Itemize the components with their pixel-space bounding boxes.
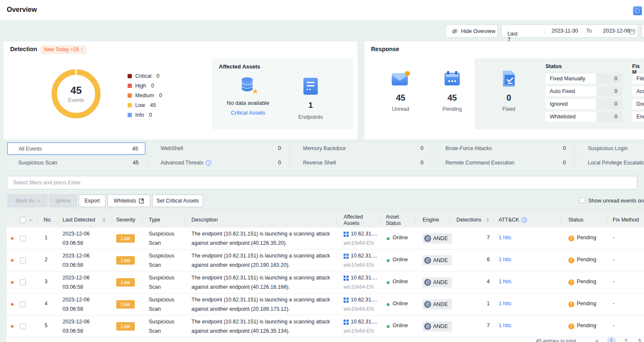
endpoints-stat: 1 Endpoints [279,74,342,120]
ignore-button[interactable]: Ignore [49,194,77,207]
row-checkbox[interactable] [20,235,26,241]
row-checkbox[interactable] [20,301,26,307]
pending-icon [568,257,574,263]
row-checkbox[interactable] [20,279,26,285]
export-button[interactable]: Export [79,194,106,207]
detection-title: Detection [10,46,37,52]
table-row[interactable]: 1 2023-12-06 03:06:58 Low Suspicious Sca… [7,227,644,249]
unread-dot-icon [11,259,14,262]
row-checkbox[interactable] [20,257,26,263]
select-menu-chevron-icon[interactable] [29,218,33,221]
chevron-down-icon [36,199,40,202]
sort-last-detected[interactable] [102,216,106,222]
asset-ip-link[interactable]: 10.62.31.... [351,275,377,281]
attck-hits-link[interactable]: 1 hits [499,235,511,241]
engine-badge: ANDE [423,277,452,287]
affected-assets-title: Affected Assets [219,63,260,70]
col-type: Type [149,217,160,223]
table-row[interactable]: 3 2023-12-06 03:06:58 Low Suspicious Sca… [7,271,644,293]
engine-badge: ANDE [423,255,452,265]
table-row[interactable]: 4 2023-12-06 03:06:58 Low Suspicious Sca… [7,293,644,315]
tab-remote-command-execution[interactable]: Remote Command Execution0 [434,157,573,169]
endpoints-count: 1 [279,101,342,110]
col-severity: Severity [116,217,135,223]
donut-total-label: Events [68,97,84,103]
filter-bar [7,176,637,189]
col-last-detected: Last Detected [63,217,95,223]
unread-dot-icon [11,237,14,240]
fix-method-row: File [632,74,644,84]
app-window: Overview Hide Overview Last 7 days | 202… [0,0,644,342]
asset-status: Online [393,235,408,241]
cell-description: The endpoint (10.62.31.151) is launching… [191,231,330,237]
fix-method-row: Acce [632,86,644,96]
tab-all-events[interactable]: All Events45 [7,142,145,155]
tab-memory-backdoor[interactable]: Memory Backdoor0 [292,142,430,155]
attck-hits-link[interactable]: 1 hits [499,279,511,285]
select-all-checkbox[interactable] [20,217,26,223]
asset-ip-link[interactable]: 10.62.31.... [351,231,377,237]
tab-suspicious-scan[interactable]: Suspicious Scan45 [7,157,145,169]
mark-as-button[interactable]: Mark As [8,194,47,207]
col-affected-assets: AffectedAssets [344,214,363,227]
whitelists-button[interactable]: Whitelists [107,194,150,207]
online-dot-icon [387,237,390,240]
table-row[interactable]: 2 2023-12-06 03:06:58 Low Suspicious Sca… [7,249,644,271]
engine-logo-icon [424,323,431,330]
response-title: Response [371,46,399,52]
calendar-icon[interactable] [629,28,636,36]
tab-advanced-threats[interactable]: Advanced Threats0 [150,157,288,169]
show-unread-checkbox[interactable] [579,197,585,203]
status-row-ignored: Ignored0 [546,99,622,109]
filter-input[interactable] [7,176,637,189]
attck-hits-link[interactable]: 1 hits [499,323,511,328]
row-checkbox[interactable] [20,323,26,329]
critical-assets-link[interactable]: Critical Assets [216,109,280,116]
pending-icon [568,235,574,241]
divider: | [545,28,546,34]
windows-icon [344,320,349,325]
events-table: No. Last Detected Severity Type Descript… [7,213,644,342]
info-swatch-icon [128,113,132,117]
engine-logo-icon [424,301,431,308]
medium-swatch-icon [128,93,132,98]
attck-hits-link[interactable]: 1 hits [499,257,511,263]
engine-logo-icon [424,279,431,286]
tab-reverse-shell[interactable]: Reverse Shell0 [292,157,430,169]
tab-local-privilege-escalation[interactable]: Local Privilege Escalation [577,157,644,169]
table-header: No. Last Detected Severity Type Descript… [7,213,644,227]
endpoints-label: Endpoints [279,114,342,120]
windows-icon [344,232,349,237]
tab-webshell[interactable]: WebShell0 [150,142,288,155]
fix-method-row: Dom [632,99,644,109]
date-to-label: To [586,28,592,34]
set-critical-assets-button[interactable]: Set Critical Assets [152,194,203,207]
table-row[interactable]: 5 2023-12-06 03:06:58 Low Suspicious Sca… [7,315,644,337]
calendar-pending-icon [427,68,478,90]
sort-detections[interactable] [486,216,489,222]
tab-suspicious-login[interactable]: Suspicious Login [577,142,644,155]
asset-ip-link[interactable]: 10.62.31.... [351,297,377,303]
tab-brute-force-attacks[interactable]: Brute-Force Attacks0 [434,142,573,155]
hide-overview-button[interactable]: Hide Overview [446,25,498,38]
severity-badge: Low [116,234,135,243]
fixed-label: Fixed [483,106,534,112]
asset-ip-link[interactable]: 10.62.31.... [351,253,377,259]
col-fix-method: Fix Method [613,217,639,223]
pending-label: Pending [427,106,478,112]
online-dot-icon [387,325,390,328]
assistant-icon[interactable] [633,6,642,15]
severity-badge: Low [116,300,135,309]
asset-ip-link[interactable]: 10.62.31.... [351,319,377,325]
pending-count: 45 [427,93,478,103]
date-range-picker: Last 7 days | 2023-11-30 To 2023-12-06 [501,25,638,38]
online-dot-icon [387,281,390,284]
severity-donut-chart: 45 Events [52,69,101,118]
legend-item-low: Low45 [128,100,162,110]
online-dot-icon [387,259,390,262]
attck-hits-link[interactable]: 1 hits [499,301,511,306]
no-data-text: No data available [216,100,280,106]
prev-page-button[interactable]: < [592,337,602,342]
date-to-field[interactable]: 2023-12-06 [603,28,630,34]
date-from-field[interactable]: 2023-11-30 [551,28,578,34]
